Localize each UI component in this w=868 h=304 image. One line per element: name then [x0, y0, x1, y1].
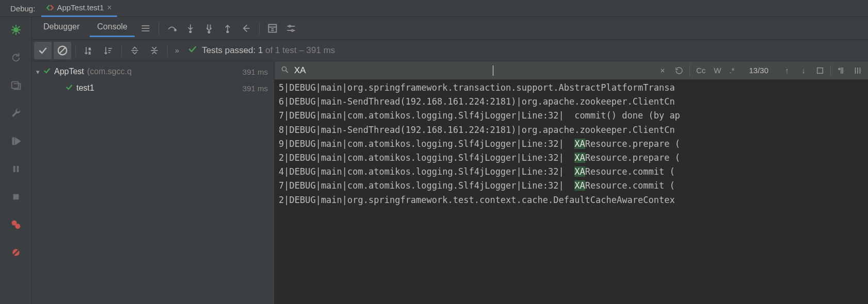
- check-icon: [187, 44, 198, 57]
- force-step-into-icon[interactable]: [201, 21, 217, 36]
- regex-button[interactable]: .*: [726, 66, 737, 75]
- check-icon: [65, 83, 73, 93]
- svg-point-0: [13, 27, 19, 32]
- tests-status: Tests passed: 1 of 1 test – 391 ms: [187, 44, 335, 57]
- wrench-icon[interactable]: [8, 106, 24, 121]
- log-line: 7|DEBUG|main|com.atomikos.logging.Slf4jL…: [279, 179, 868, 193]
- tree-child-time: 391 ms: [243, 84, 268, 93]
- step-into-icon[interactable]: [183, 21, 198, 36]
- svg-line-40: [60, 47, 66, 53]
- test-tree: ▾ AppTest (com.sgcc.q 391 ms test1 391 m…: [32, 61, 275, 304]
- sort-alpha-icon[interactable]: az: [80, 42, 98, 59]
- svg-line-6: [18, 32, 20, 33]
- svg-line-8: [18, 26, 20, 28]
- svg-point-22: [174, 29, 176, 30]
- text-caret: [493, 65, 493, 76]
- svg-point-37: [289, 25, 291, 27]
- step-over-icon[interactable]: [164, 21, 180, 36]
- tab-debugger[interactable]: Debugger: [36, 19, 87, 37]
- svg-marker-11: [15, 138, 20, 144]
- show-ignored-button[interactable]: [54, 42, 71, 59]
- match-case-button[interactable]: Cc: [693, 66, 709, 75]
- double-chevron-icon[interactable]: »: [172, 46, 182, 55]
- step-out-icon[interactable]: [220, 21, 235, 36]
- log-line: 8|DEBUG|main-SendThread(192.168.161.224:…: [279, 123, 868, 137]
- svg-point-50: [282, 67, 286, 71]
- rerun-icon[interactable]: [8, 50, 24, 65]
- pause-icon[interactable]: [8, 161, 24, 177]
- tree-root-qual: (com.sgcc.q: [87, 67, 132, 76]
- collapse-all-icon[interactable]: [146, 42, 163, 59]
- close-icon[interactable]: ×: [107, 3, 111, 12]
- svg-point-24: [189, 31, 191, 32]
- svg-line-5: [12, 26, 14, 28]
- search-icon: [278, 65, 292, 75]
- mute-breakpoints-icon[interactable]: [8, 245, 24, 260]
- log-line: 9|DEBUG|main|com.atomikos.logging.Slf4jL…: [279, 137, 868, 151]
- svg-rect-13: [17, 166, 19, 172]
- add-selection-icon[interactable]: [834, 63, 848, 78]
- svg-point-27: [208, 31, 210, 32]
- settings-sliders-icon[interactable]: [283, 21, 299, 36]
- svg-rect-9: [11, 82, 18, 89]
- chevron-down-icon[interactable]: ▾: [36, 68, 40, 76]
- debug-label: Debug:: [0, 4, 41, 13]
- more-lines-icon[interactable]: [138, 21, 153, 36]
- show-passed-button[interactable]: [34, 42, 52, 59]
- tree-root-row[interactable]: ▾ AppTest (com.sgcc.q 391 ms: [32, 63, 274, 80]
- view-breakpoints-icon[interactable]: [8, 217, 24, 232]
- resume-icon[interactable]: [8, 133, 24, 149]
- match-count: 13/30: [740, 66, 778, 75]
- frames-icon[interactable]: [8, 78, 24, 93]
- svg-point-29: [227, 31, 228, 32]
- console-log[interactable]: 5|DEBUG|main|org.springframework.transac…: [275, 80, 868, 304]
- tab-label: AppTest.test1: [57, 3, 104, 12]
- log-line: 7|DEBUG|main|com.atomikos.logging.Slf4jL…: [279, 109, 868, 123]
- tree-root-name: AppTest: [54, 67, 84, 76]
- sort-duration-icon[interactable]: [100, 42, 117, 59]
- svg-line-7: [12, 32, 14, 33]
- svg-rect-10: [12, 138, 14, 144]
- svg-rect-14: [13, 194, 19, 200]
- select-all-icon[interactable]: [813, 63, 827, 78]
- drop-frame-icon[interactable]: [238, 21, 254, 36]
- log-line: 5|DEBUG|main|org.springframework.transac…: [279, 81, 868, 95]
- svg-line-51: [286, 71, 288, 73]
- filter-occurrences-icon[interactable]: [850, 63, 865, 78]
- svg-text:z: z: [89, 50, 91, 54]
- stop-icon[interactable]: [8, 189, 24, 205]
- check-icon: [43, 66, 51, 77]
- evaluate-icon[interactable]: [265, 21, 280, 36]
- search-input[interactable]: [294, 65, 490, 76]
- console-search-bar: × Cc W .* 13/30 ↑ ↓: [275, 61, 868, 80]
- log-line: 4|DEBUG|main|com.atomikos.logging.Slf4jL…: [279, 165, 868, 179]
- left-tool-gutter: [0, 17, 32, 304]
- words-button[interactable]: W: [711, 66, 724, 75]
- svg-point-38: [292, 29, 293, 31]
- history-icon[interactable]: [672, 63, 686, 78]
- clear-search-icon[interactable]: ×: [655, 63, 670, 78]
- svg-rect-52: [817, 67, 823, 73]
- prev-match-icon[interactable]: ↑: [780, 63, 794, 78]
- expand-all-icon[interactable]: [126, 42, 143, 59]
- tab-console[interactable]: Console: [90, 19, 135, 37]
- tree-child-row[interactable]: test1 391 ms: [32, 80, 274, 96]
- tree-root-time: 391 ms: [243, 67, 268, 76]
- tab-apptest-test1[interactable]: AppTest.test1 ×: [41, 0, 117, 17]
- tree-child-name: test1: [76, 83, 94, 93]
- log-line: 6|DEBUG|main-SendThread(192.168.161.224:…: [279, 95, 868, 109]
- svg-text:a: a: [89, 47, 91, 50]
- log-line: 2|DEBUG|main|com.atomikos.logging.Slf4jL…: [279, 151, 868, 165]
- svg-rect-12: [13, 166, 15, 172]
- debug-icon[interactable]: [8, 22, 24, 38]
- run-config-icon: [46, 4, 54, 11]
- svg-point-16: [15, 224, 20, 229]
- next-match-icon[interactable]: ↓: [796, 63, 811, 78]
- log-line: 2|DEBUG|main|org.springframework.test.co…: [279, 193, 868, 207]
